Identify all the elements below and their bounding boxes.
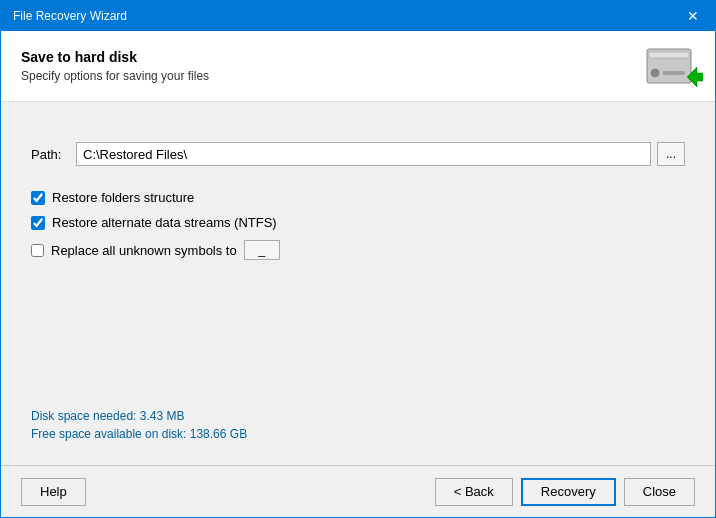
footer: Help < Back Recovery Close [1, 465, 715, 517]
restore-folders-label[interactable]: Restore folders structure [52, 190, 194, 205]
window-title: File Recovery Wizard [13, 9, 127, 23]
restore-folders-checkbox[interactable] [31, 191, 45, 205]
replace-symbols-row: Replace all unknown symbols to [31, 240, 685, 260]
restore-folders-row: Restore folders structure [31, 190, 685, 205]
disk-info: Disk space needed: 3.43 MB Free space av… [31, 399, 685, 445]
restore-streams-label[interactable]: Restore alternate data streams (NTFS) [52, 215, 277, 230]
main-body: Path: ... Restore folders structure Rest… [1, 102, 715, 465]
svg-rect-3 [663, 71, 685, 75]
header-title: Save to hard disk [21, 49, 209, 65]
footer-left: Help [21, 478, 86, 506]
title-bar: File Recovery Wizard ✕ [1, 1, 715, 31]
replace-symbols-label[interactable]: Replace all unknown symbols to [51, 243, 237, 258]
path-input[interactable] [76, 142, 651, 166]
path-row: Path: ... [31, 142, 685, 166]
footer-right: < Back Recovery Close [435, 478, 695, 506]
content-area: Save to hard disk Specify options for sa… [1, 31, 715, 517]
path-label: Path: [31, 147, 66, 162]
browse-button[interactable]: ... [657, 142, 685, 166]
disk-space-needed: Disk space needed: 3.43 MB [31, 409, 685, 423]
help-button[interactable]: Help [21, 478, 86, 506]
free-space-available: Free space available on disk: 138.66 GB [31, 427, 685, 441]
restore-streams-checkbox[interactable] [31, 216, 45, 230]
replace-symbols-input[interactable] [244, 240, 280, 260]
recovery-button[interactable]: Recovery [521, 478, 616, 506]
options-section: Restore folders structure Restore altern… [31, 190, 685, 260]
main-window: File Recovery Wizard ✕ Save to hard disk… [0, 0, 716, 518]
hdd-svg-icon [645, 45, 703, 95]
header-section: Save to hard disk Specify options for sa… [1, 31, 715, 102]
restore-streams-row: Restore alternate data streams (NTFS) [31, 215, 685, 230]
svg-point-2 [651, 69, 659, 77]
svg-rect-1 [649, 52, 689, 58]
close-window-button[interactable]: ✕ [683, 9, 703, 23]
back-button[interactable]: < Back [435, 478, 513, 506]
hdd-icon [645, 45, 695, 87]
header-subtitle: Specify options for saving your files [21, 69, 209, 83]
replace-symbols-checkbox[interactable] [31, 244, 44, 257]
header-text: Save to hard disk Specify options for sa… [21, 49, 209, 83]
close-button[interactable]: Close [624, 478, 695, 506]
